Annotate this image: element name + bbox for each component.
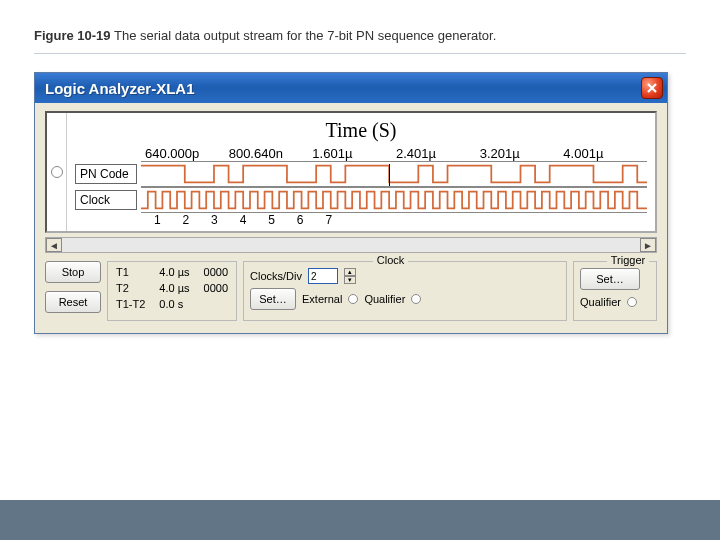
step-down-icon[interactable]: ▾ [344, 276, 356, 284]
figure-number: Figure 10-19 [34, 28, 111, 43]
channel-selector-column [47, 113, 67, 231]
waveform-label-pncode: PN Code [75, 164, 137, 184]
waveform-panel: Time (S) 640.000p 800.640n 1.601µ 2.401µ… [45, 111, 657, 233]
plot-title: Time (S) [75, 119, 647, 142]
window-title: Logic Analyzer-XLA1 [45, 80, 641, 97]
scroll-left-button[interactable]: ◄ [46, 238, 62, 252]
close-icon [646, 82, 658, 94]
t1-value: 4.0 µs [159, 266, 189, 278]
bit-index-row: 1 2 3 4 5 6 7 [143, 213, 343, 227]
bit-num: 2 [172, 213, 201, 227]
time-axis: 640.000p 800.640n 1.601µ 2.401µ 3.201µ 4… [145, 146, 647, 161]
clock-waveform [141, 188, 647, 212]
trigger-legend: Trigger [607, 254, 649, 266]
waveform-row-clock: Clock [75, 187, 647, 213]
clocks-per-div-stepper[interactable]: ▴▾ [344, 268, 356, 284]
dt-label: T1-T2 [116, 298, 145, 310]
controls-panel: Stop Reset T1 T2 T1-T2 4.0 µs 4.0 µs 0.0… [45, 261, 657, 321]
tick: 3.201µ [480, 146, 564, 161]
waveform-label-clock: Clock [75, 190, 137, 210]
step-up-icon[interactable]: ▴ [344, 268, 356, 276]
tick: 1.601µ [312, 146, 396, 161]
dt-value: 0.0 s [159, 298, 189, 310]
cursor-marker[interactable] [389, 164, 390, 186]
clocks-per-div-input[interactable]: 2 [308, 268, 338, 284]
trigger-fieldset: Trigger Set… Qualifier [573, 261, 657, 321]
bit-num: 5 [257, 213, 286, 227]
reset-button[interactable]: Reset [45, 291, 101, 313]
time-cursor-panel: T1 T2 T1-T2 4.0 µs 4.0 µs 0.0 s 0000 000… [107, 261, 237, 321]
figure-caption: Figure 10-19 The serial data output stre… [34, 28, 686, 43]
bit-num: 4 [229, 213, 258, 227]
trigger-qualifier-terminal[interactable] [627, 297, 637, 307]
bit-num: 3 [200, 213, 229, 227]
stop-button[interactable]: Stop [45, 261, 101, 283]
footer-bar [0, 500, 720, 540]
clocks-per-div-label: Clocks/Div [250, 270, 302, 282]
clock-qualifier-label: Qualifier [364, 293, 405, 305]
t2-hex: 0000 [204, 282, 228, 294]
tick: 640.000p [145, 146, 229, 161]
t1-hex: 0000 [204, 266, 228, 278]
tick: 800.640n [229, 146, 313, 161]
close-button[interactable] [641, 77, 663, 99]
external-terminal[interactable] [348, 294, 358, 304]
bit-num: 7 [314, 213, 343, 227]
channel-radio[interactable] [51, 166, 63, 178]
trigger-qualifier-label: Qualifier [580, 296, 621, 308]
waveform-row-pncode: PN Code [75, 161, 647, 187]
t2-value: 4.0 µs [159, 282, 189, 294]
trigger-set-button[interactable]: Set… [580, 268, 640, 290]
scroll-right-button[interactable]: ► [640, 238, 656, 252]
logic-analyzer-window: Logic Analyzer-XLA1 Time (S) 640.000p 80… [34, 72, 668, 334]
clock-qualifier-terminal[interactable] [411, 294, 421, 304]
tick: 2.401µ [396, 146, 480, 161]
horizontal-scrollbar[interactable]: ◄ ► [45, 237, 657, 253]
external-label: External [302, 293, 342, 305]
clock-legend: Clock [373, 254, 409, 266]
figure-text: The serial data output stream for the 7-… [114, 28, 496, 43]
t1-label: T1 [116, 266, 145, 278]
bit-num: 1 [143, 213, 172, 227]
clock-fieldset: Clock Clocks/Div 2 ▴▾ Set… External Qual… [243, 261, 567, 321]
tick: 4.001µ [563, 146, 647, 161]
clock-set-button[interactable]: Set… [250, 288, 296, 310]
t2-label: T2 [116, 282, 145, 294]
titlebar[interactable]: Logic Analyzer-XLA1 [35, 73, 667, 103]
pn-code-waveform [141, 162, 647, 186]
bit-num: 6 [286, 213, 315, 227]
divider [34, 53, 686, 54]
